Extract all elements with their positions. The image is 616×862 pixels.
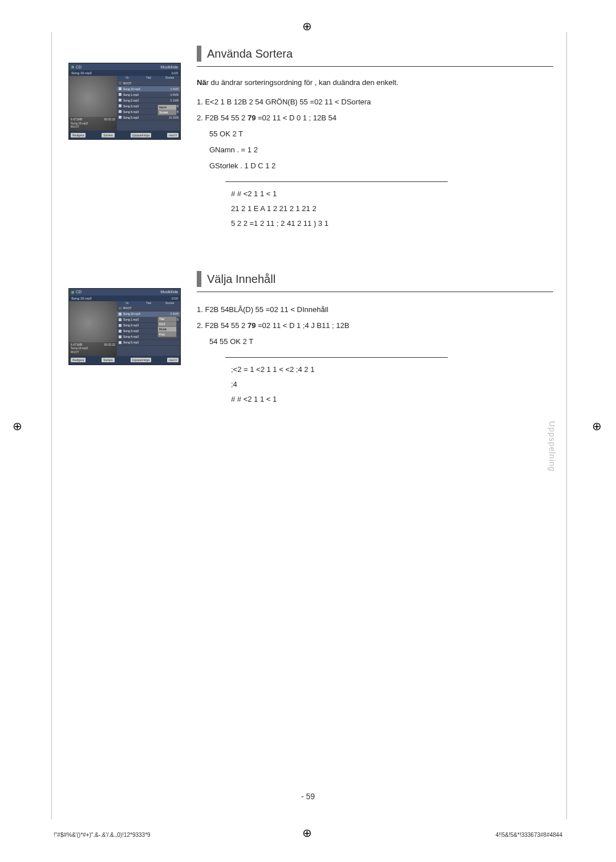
section-sort: CD Musiklista Song 10.mp3 1/10 6 671MB00… [68, 46, 553, 231]
crop-mark-top-icon: ⊕ [302, 19, 314, 31]
crop-mark-right-icon: ⊕ [592, 419, 603, 431]
note-divider-content [225, 357, 448, 358]
steps-sort: 1. E<2 1 B 12B 2 54 GRÖN(B) 55 =02 11 < … [197, 95, 553, 173]
thumbnail-sort: CD Musiklista Song 10.mp3 1/10 6 671MB00… [68, 63, 181, 140]
footer-right-code: 4!!5&!5&*!333673#8#4844 [496, 832, 562, 838]
crop-mark-bottom-icon: ⊕ [302, 826, 314, 837]
intro-sort: När du ändrar sorteringsordning för , ka… [197, 77, 553, 89]
heading-underline [197, 66, 553, 67]
section-content: CD Musiklista Song 10.mp3 1/10 6 671MB00… [68, 271, 553, 407]
note-content: ;<2 = 1 <2 1 1 < <2 ;4 2 1 ;4 # # <2 1 1… [231, 362, 453, 407]
note-divider-sort [225, 181, 448, 182]
page-number: - 59 [301, 792, 315, 801]
thumbnail-content: CD Musiklista Song 10.mp3 1/10 6 671MB00… [68, 288, 181, 365]
heading-sort: Använda Sortera [197, 46, 553, 62]
crop-mark-left-icon: ⊕ [13, 419, 24, 431]
note-sort: # # <2 1 1 < 1 21 2 1 E A 1 2 21 2 1 21 … [231, 187, 453, 231]
heading-content: Välja Innehåll [197, 271, 553, 287]
heading-underline-2 [197, 292, 553, 292]
steps-content: 1. F2B 54BLÅ(D) 55 =02 11 < DInnehåll 2.… [197, 302, 553, 349]
footer-left-code: !"#$#%&'()*#+)".&-.&'/.&.,0)!12*9333*9 [54, 832, 151, 838]
